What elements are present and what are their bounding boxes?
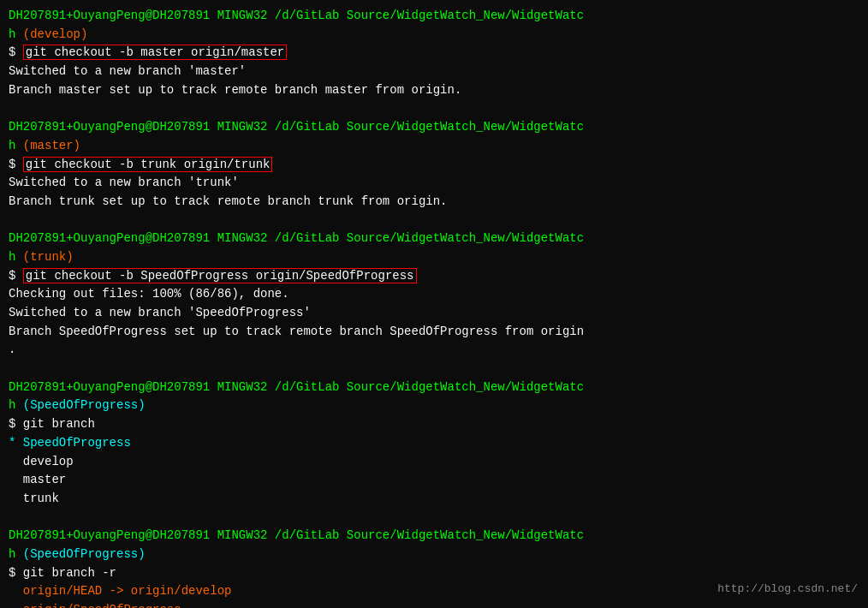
blank-4 (9, 509, 859, 528)
command-line-2: $ git checkout -b trunk origin/trunk (9, 156, 859, 175)
output-4-3: master (9, 471, 859, 490)
prompt-line-2: DH207891+OuyangPeng@DH207891 MINGW32 /d/… (9, 118, 859, 137)
output-4-1: * SpeedOfProgress (9, 434, 859, 453)
prompt-user-4b: h (9, 398, 23, 412)
prompt-line-3b: h (trunk) (9, 248, 859, 267)
prompt-line-5: DH207891+OuyangPeng@DH207891 MINGW32 /d/… (9, 527, 859, 545)
branch-active: * SpeedOfProgress (9, 436, 131, 450)
prompt-branch-1: (develop) (23, 27, 88, 41)
prompt-line-4b: h (SpeedOfProgress) (9, 396, 859, 415)
dollar-2: $ (9, 158, 23, 171)
command-line-4: $ git branch (9, 415, 859, 434)
prompt-branch-4: (SpeedOfProgress) (23, 398, 146, 412)
blank-3 (9, 360, 859, 379)
output-3-3: Branch SpeedOfProgress set up to track r… (9, 323, 859, 342)
branch-master: master (9, 473, 66, 486)
output-3-2: Switched to a new branch 'SpeedOfProgres… (9, 304, 859, 323)
prompt-user-3: DH207891+OuyangPeng@DH207891 MINGW32 /d/… (9, 231, 584, 245)
watermark: http://blog.csdn.net/ (717, 581, 858, 598)
command-box-1: git checkout -b master origin/master (23, 45, 287, 60)
dollar-4: $ git branch (9, 417, 95, 431)
remote-head: origin/HEAD -> origin/develop (9, 584, 231, 598)
prompt-user-5: DH207891+OuyangPeng@DH207891 MINGW32 /d/… (9, 528, 584, 542)
prompt-user-5b: h (9, 547, 23, 561)
prompt-user-4: DH207891+OuyangPeng@DH207891 MINGW32 /d/… (9, 380, 584, 394)
prompt-line-3: DH207891+OuyangPeng@DH207891 MINGW32 /d/… (9, 229, 859, 248)
branch-trunk: trunk (9, 492, 59, 505)
command-box-3: git checkout -b SpeedOfProgress origin/S… (23, 268, 417, 283)
terminal-window: DH207891+OuyangPeng@DH207891 MINGW32 /d/… (0, 0, 868, 608)
prompt-user-2: DH207891+OuyangPeng@DH207891 MINGW32 /d/… (9, 120, 584, 134)
prompt-branch-3: (trunk) (23, 250, 74, 264)
blank-1 (9, 99, 859, 118)
output-1-1: Switched to a new branch 'master' (9, 63, 859, 81)
prompt-line-4: DH207891+OuyangPeng@DH207891 MINGW32 /d/… (9, 379, 859, 397)
prompt-user-1: DH207891+OuyangPeng@DH207891 MINGW32 /d/… (9, 9, 584, 22)
output-3-4: . (9, 341, 859, 360)
remote-speed: origin/SpeedOfProgress (9, 603, 181, 608)
command-box-2: git checkout -b trunk origin/trunk (23, 157, 273, 172)
command-text-3: git checkout -b SpeedOfProgress origin/S… (26, 269, 414, 283)
blank-2 (9, 212, 859, 230)
output-3-1: Checking out files: 100% (86/86), done. (9, 285, 859, 304)
prompt-line-1b: h (develop) (9, 26, 859, 45)
command-text-2: git checkout -b trunk origin/trunk (26, 158, 271, 171)
dollar-3: $ (9, 269, 23, 283)
prompt-branch-2: (master) (23, 139, 80, 152)
prompt-user-2b: h (9, 139, 23, 152)
dollar-1: $ (9, 45, 23, 59)
command-line-1: $ git checkout -b master origin/master (9, 44, 859, 63)
output-4-2: develop (9, 453, 859, 472)
output-4-4: trunk (9, 490, 859, 509)
prompt-branch-5: (SpeedOfProgress) (23, 547, 146, 561)
output-1-2: Branch master set up to track remote bra… (9, 81, 859, 100)
command-line-3: $ git checkout -b SpeedOfProgress origin… (9, 267, 859, 286)
prompt-line-5b: h (SpeedOfProgress) (9, 545, 859, 564)
output-2-2: Branch trunk set up to track remote bran… (9, 193, 859, 212)
prompt-user-3b: h (9, 250, 23, 264)
output-2-1: Switched to a new branch 'trunk' (9, 174, 859, 193)
branch-develop: develop (9, 455, 74, 468)
dollar-5: $ git branch -r (9, 566, 116, 580)
command-text-1: git checkout -b master origin/master (26, 45, 284, 59)
output-5-2: origin/SpeedOfProgress (9, 601, 859, 608)
prompt-line-2b: h (master) (9, 137, 859, 156)
prompt-line-1: DH207891+OuyangPeng@DH207891 MINGW32 /d/… (9, 7, 859, 26)
prompt-user-1b: h (9, 27, 23, 41)
